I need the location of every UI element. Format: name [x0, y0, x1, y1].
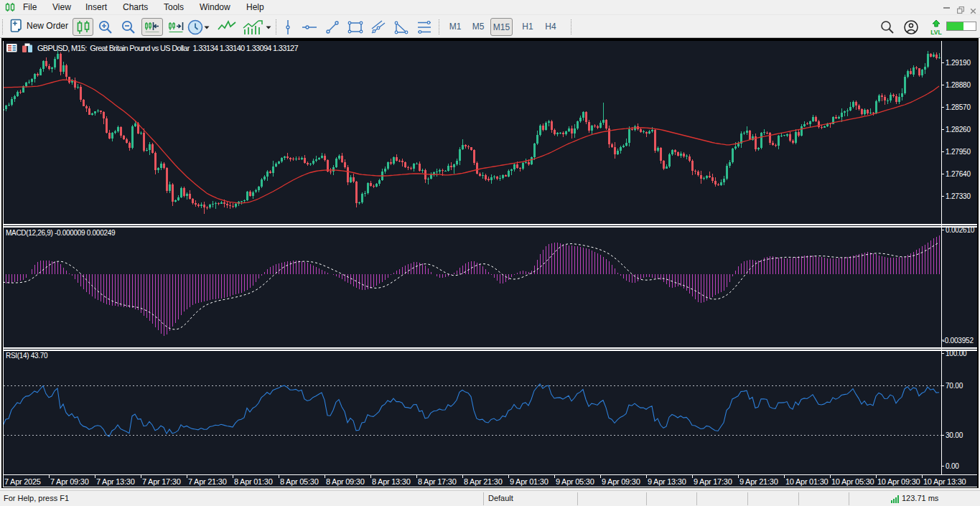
- svg-text:10 Apr 01:30: 10 Apr 01:30: [785, 477, 829, 486]
- svg-text:RSI(14) 43.70: RSI(14) 43.70: [6, 352, 48, 360]
- svg-text:1.27640: 1.27640: [946, 170, 971, 178]
- svg-text:1.28260: 1.28260: [946, 126, 971, 133]
- svg-text:1.27950: 1.27950: [946, 148, 971, 156]
- svg-text:8 Apr 17:30: 8 Apr 17:30: [418, 477, 457, 486]
- svg-text:0.002610: 0.002610: [946, 226, 975, 234]
- svg-text:7 Apr 09:30: 7 Apr 09:30: [50, 477, 89, 486]
- svg-text:9 Apr 09:30: 9 Apr 09:30: [602, 477, 640, 486]
- svg-text:-0.003952: -0.003952: [943, 337, 974, 345]
- svg-text:1.29190: 1.29190: [946, 59, 971, 67]
- svg-text:9 Apr 01:30: 9 Apr 01:30: [510, 477, 549, 486]
- svg-text:7 Apr 13:30: 7 Apr 13:30: [96, 477, 135, 486]
- svg-text:8 Apr 01:30: 8 Apr 01:30: [234, 477, 273, 486]
- svg-text:70.00: 70.00: [946, 382, 963, 390]
- svg-text:7 Apr 17:30: 7 Apr 17:30: [142, 477, 181, 486]
- svg-text:8 Apr 09:30: 8 Apr 09:30: [326, 477, 365, 486]
- svg-text:8 Apr 21:30: 8 Apr 21:30: [464, 477, 503, 486]
- svg-text:8 Apr 13:30: 8 Apr 13:30: [372, 477, 411, 486]
- svg-text:1.28880: 1.28880: [946, 81, 971, 89]
- svg-text:10 Apr 13:30: 10 Apr 13:30: [923, 477, 966, 486]
- svg-text:MACD(12,26,9) -0.000009 0.0002: MACD(12,26,9) -0.000009 0.000249: [6, 229, 116, 237]
- svg-text:1.27330: 1.27330: [946, 192, 971, 200]
- svg-text:1.28570: 1.28570: [946, 103, 971, 111]
- svg-text:9 Apr 05:30: 9 Apr 05:30: [556, 477, 594, 486]
- svg-text:9 Apr 17:30: 9 Apr 17:30: [694, 477, 732, 486]
- svg-text:9 Apr 13:30: 9 Apr 13:30: [648, 477, 686, 486]
- svg-text:30.00: 30.00: [946, 431, 963, 439]
- svg-text:GBPUSD, M15: Great Britain Po: GBPUSD, M15: Great Britain Pound vs US D…: [37, 44, 299, 52]
- svg-text:7 Apr 2025: 7 Apr 2025: [4, 477, 41, 486]
- svg-text:10 Apr 05:30: 10 Apr 05:30: [831, 477, 874, 486]
- svg-text:10 Apr 09:30: 10 Apr 09:30: [877, 477, 920, 486]
- svg-text:0.00: 0.00: [946, 462, 959, 470]
- svg-text:7 Apr 21:30: 7 Apr 21:30: [188, 477, 227, 486]
- svg-text:8 Apr 05:30: 8 Apr 05:30: [280, 477, 319, 486]
- svg-text:9 Apr 21:30: 9 Apr 21:30: [739, 477, 778, 486]
- svg-text:100.00: 100.00: [946, 350, 967, 357]
